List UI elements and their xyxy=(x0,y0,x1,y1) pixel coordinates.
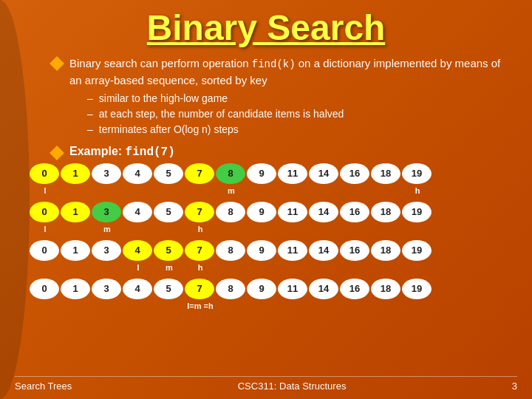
array-row-1: 0 1 3 4 5 7 8 9 11 14 16 18 19 xyxy=(30,163,510,184)
sub-bullet-1-1: similar to the high-low game xyxy=(87,91,510,106)
cell-r2-9: 14 xyxy=(309,202,338,222)
cell-r3-6: 8 xyxy=(216,240,245,261)
cell-r1-7: 9 xyxy=(247,163,276,184)
array-row-2-wrapper: 0 1 3 4 5 7 8 9 11 14 16 18 19 l xyxy=(30,202,510,234)
label-r1-0: l xyxy=(30,186,61,195)
cell-r1-8: 11 xyxy=(278,163,307,184)
sub-bullet-1-2: at each step, the number of candidate it… xyxy=(87,106,510,122)
cell-r1-9: 14 xyxy=(309,163,338,184)
footer-left: Search Trees xyxy=(15,381,72,392)
cell-r3-0: 0 xyxy=(30,240,59,261)
cell-r3-2: 3 xyxy=(92,240,121,261)
cell-r4-9: 14 xyxy=(309,279,338,299)
footer-right: 3 xyxy=(512,381,517,392)
cell-r4-4: 5 xyxy=(154,279,183,299)
cell-r2-3: 4 xyxy=(123,202,152,222)
cell-r1-12: 19 xyxy=(402,163,432,184)
footer-center: CSC311: Data Structures xyxy=(238,381,347,392)
cell-r3-4: 5 xyxy=(154,240,183,261)
cell-r4-1: 1 xyxy=(61,279,90,299)
cell-r2-6: 8 xyxy=(216,202,245,222)
slide-title: Binary Search xyxy=(22,7,510,48)
cell-r2-10: 16 xyxy=(340,202,369,222)
bullet-diamond-2 xyxy=(50,146,64,160)
array-row-1-wrapper: 0 1 3 4 5 7 8 9 11 14 16 18 19 l xyxy=(30,163,510,196)
array-row-2-labels: l m h xyxy=(30,224,510,234)
cell-r3-9: 14 xyxy=(309,240,338,261)
cell-r3-12: 19 xyxy=(402,240,432,261)
array-row-4-cells: 0 1 3 4 5 7 8 9 11 14 16 18 19 xyxy=(30,279,433,299)
cell-r2-4: 5 xyxy=(154,202,183,222)
label-r3-4: m xyxy=(154,263,185,272)
array-row-1-cells: 0 1 3 4 5 7 8 9 11 14 16 18 19 xyxy=(30,163,433,184)
label-r3-5: h xyxy=(185,263,216,272)
label-r1-6: m xyxy=(216,186,247,195)
cell-r1-0: 0 xyxy=(30,163,59,184)
array-row-1-labels: l m h xyxy=(30,185,510,196)
cell-r1-10: 16 xyxy=(340,163,369,184)
array-section: 0 1 3 4 5 7 8 9 11 14 16 18 19 l xyxy=(30,163,510,311)
array-row-4-labels: l=m =h xyxy=(30,301,510,311)
cell-r4-12: 19 xyxy=(402,279,432,299)
cell-r3-10: 16 xyxy=(340,240,369,261)
label-r1-12: h xyxy=(402,186,433,195)
array-row-3-wrapper: 0 1 3 4 5 7 8 9 11 14 16 18 19 xyxy=(30,240,510,273)
bullet-1: Binary search can perform operation find… xyxy=(52,55,510,140)
footer: Search Trees CSC311: Data Structures 3 xyxy=(15,376,517,392)
cell-r4-11: 18 xyxy=(371,279,400,299)
cell-r4-8: 11 xyxy=(278,279,307,299)
label-r4-lmh: l=m =h xyxy=(185,301,216,310)
cell-r2-5: 7 xyxy=(185,202,214,222)
bullet-diamond-1 xyxy=(50,56,64,71)
cell-r1-1: 1 xyxy=(61,163,90,184)
cell-r1-11: 18 xyxy=(371,163,400,184)
cell-r4-6: 8 xyxy=(216,279,245,299)
cell-r4-0: 0 xyxy=(30,279,59,299)
label-r2-0: l xyxy=(30,225,61,233)
cell-r3-7: 9 xyxy=(247,240,276,261)
cell-r2-1: 1 xyxy=(61,202,90,222)
array-row-3-labels: l m h xyxy=(30,262,510,273)
cell-r2-7: 9 xyxy=(247,202,276,222)
label-r3-3: l xyxy=(123,263,154,272)
cell-r4-3: 4 xyxy=(123,279,152,299)
cell-r4-2: 3 xyxy=(92,279,121,299)
cell-r2-11: 18 xyxy=(371,202,400,222)
cell-r3-11: 18 xyxy=(371,240,400,261)
bullet-1-text: Binary search can perform operation find… xyxy=(69,55,510,140)
cell-r1-5: 7 xyxy=(185,163,214,184)
cell-r3-5: 7 xyxy=(185,240,214,261)
array-row-3-cells: 0 1 3 4 5 7 8 9 11 14 16 18 19 xyxy=(30,240,433,261)
sub-bullets-1: similar to the high-low game at each ste… xyxy=(87,91,510,137)
array-row-4-wrapper: 0 1 3 4 5 7 8 9 11 14 16 18 19 l=m =h xyxy=(30,279,510,311)
bullet-2-text: Example: find(7) xyxy=(69,145,175,159)
cell-r3-3: 4 xyxy=(123,240,152,261)
cell-r4-10: 16 xyxy=(340,279,369,299)
cell-r1-3: 4 xyxy=(123,163,152,184)
slide: Binary Search Binary search can perform … xyxy=(0,0,532,399)
cell-r2-2: 3 xyxy=(92,202,121,222)
sub-bullet-1-3: terminates after O(log n) steps xyxy=(87,122,510,137)
cell-r1-6: 8 xyxy=(216,163,245,184)
array-row-2: 0 1 3 4 5 7 8 9 11 14 16 18 19 xyxy=(30,202,510,222)
cell-r3-8: 11 xyxy=(278,240,307,261)
content-area: Binary search can perform operation find… xyxy=(52,55,510,159)
cell-r3-1: 1 xyxy=(61,240,90,261)
cell-r2-0: 0 xyxy=(30,202,59,222)
array-row-3: 0 1 3 4 5 7 8 9 11 14 16 18 19 xyxy=(30,240,510,261)
cell-r4-7: 9 xyxy=(247,279,276,299)
cell-r2-8: 11 xyxy=(278,202,307,222)
cell-r1-2: 3 xyxy=(92,163,121,184)
bullet-2: Example: find(7) xyxy=(52,145,510,159)
label-r2-5: h xyxy=(185,225,216,233)
cell-r4-5: 7 xyxy=(185,279,214,299)
cell-r1-4: 5 xyxy=(154,163,183,184)
cell-r2-12: 19 xyxy=(402,202,432,222)
array-row-2-cells: 0 1 3 4 5 7 8 9 11 14 16 18 19 xyxy=(30,202,433,222)
label-r2-2: m xyxy=(92,225,123,233)
array-row-4: 0 1 3 4 5 7 8 9 11 14 16 18 19 xyxy=(30,279,510,299)
